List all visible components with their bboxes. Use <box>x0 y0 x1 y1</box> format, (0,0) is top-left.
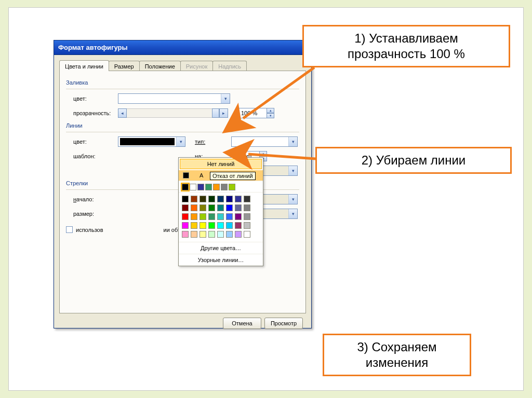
popup-recent-colors <box>179 181 263 193</box>
color-swatch[interactable] <box>244 213 250 220</box>
label-arrow-size: размер: <box>66 211 118 217</box>
chevron-down-icon: ▾ <box>221 94 230 103</box>
color-swatch[interactable] <box>235 231 242 238</box>
label-arrow-begin: начало: <box>66 196 118 202</box>
color-swatch[interactable] <box>182 196 189 202</box>
color-swatch[interactable] <box>217 222 224 229</box>
black-swatch-icon <box>183 172 189 179</box>
spin-up-icon[interactable]: ▴ <box>267 108 274 113</box>
callout-1: 1) Устанавливаем прозрачность 100 % <box>302 25 510 67</box>
color-swatch[interactable] <box>208 196 215 202</box>
chevron-down-icon: ▾ <box>288 166 297 175</box>
color-swatch[interactable] <box>182 222 189 229</box>
chevron-down-icon: ▾ <box>288 209 297 218</box>
color-swatch[interactable] <box>208 231 215 238</box>
recent-color-swatch[interactable] <box>190 184 196 190</box>
recent-color-swatch[interactable] <box>205 184 212 190</box>
color-swatch[interactable] <box>235 204 242 211</box>
popup-color-grid <box>179 193 263 242</box>
color-swatch[interactable] <box>208 213 215 220</box>
line-color-popup: Нет линий А Отказ от линий Другие цвета…… <box>178 157 263 266</box>
tab-textbox: Надпись <box>212 61 247 72</box>
dialog-title: Формат автофигуры <box>58 44 128 51</box>
transparency-value[interactable] <box>238 108 267 118</box>
tab-picture: Рисунок <box>180 61 214 72</box>
color-swatch[interactable] <box>200 196 206 202</box>
tabs: Цвета и линии Размер Положение Рисунок Н… <box>59 60 306 71</box>
tab-colors-lines[interactable]: Цвета и линии <box>59 60 109 71</box>
color-swatch[interactable] <box>235 213 242 220</box>
color-swatch[interactable] <box>244 222 250 229</box>
line-color-combo[interactable]: ▾ <box>118 136 185 147</box>
color-swatch[interactable] <box>200 231 206 238</box>
tab-position[interactable]: Положение <box>139 61 181 72</box>
transparency-spinner[interactable]: ▴ ▾ <box>238 108 274 118</box>
color-swatch[interactable] <box>235 196 242 202</box>
chevron-down-icon: ▾ <box>288 195 297 204</box>
color-swatch[interactable] <box>217 231 224 238</box>
line-type-combo[interactable]: ▾ <box>231 136 298 147</box>
recent-color-swatch[interactable] <box>213 184 220 190</box>
color-swatch[interactable] <box>226 222 233 229</box>
tooltip-no-lines: Отказ от линий <box>210 172 256 180</box>
group-fill: Заливка <box>66 79 299 86</box>
chevron-down-icon: ▾ <box>176 137 185 146</box>
label-transparency: прозрачность: <box>66 110 118 116</box>
label-line-color: цвет: <box>66 139 118 145</box>
color-swatch[interactable] <box>191 213 197 220</box>
chevron-down-icon: ▾ <box>288 137 297 146</box>
color-swatch[interactable] <box>217 196 224 202</box>
callout-2: 2) Убираем линии <box>315 147 512 174</box>
spin-up-icon[interactable]: ▴ <box>259 151 267 156</box>
recent-color-swatch[interactable] <box>182 184 189 190</box>
color-swatch[interactable] <box>226 196 233 202</box>
color-swatch[interactable] <box>182 213 189 220</box>
fill-color-combo[interactable]: ▾ <box>118 93 230 104</box>
group-lines: Линии <box>66 122 299 129</box>
slider-right-icon[interactable]: ▸ <box>219 108 228 118</box>
cancel-button[interactable]: Отмена <box>223 318 261 329</box>
color-swatch[interactable] <box>191 204 197 211</box>
color-swatch[interactable] <box>244 231 250 238</box>
color-swatch[interactable] <box>191 222 197 229</box>
recent-color-swatch[interactable] <box>221 184 228 190</box>
popup-no-lines[interactable]: Нет линий <box>180 159 262 169</box>
transparency-slider[interactable]: ◂ ▸ <box>118 108 228 118</box>
color-swatch[interactable] <box>226 204 233 211</box>
spin-down-icon[interactable]: ▾ <box>267 113 274 118</box>
color-swatch[interactable] <box>244 196 250 202</box>
color-swatch[interactable] <box>200 222 206 229</box>
tab-size[interactable]: Размер <box>109 61 140 72</box>
color-swatch[interactable] <box>217 204 224 211</box>
color-swatch[interactable] <box>182 204 189 211</box>
color-swatch[interactable] <box>244 204 250 211</box>
color-swatch[interactable] <box>200 213 206 220</box>
color-swatch[interactable] <box>208 222 215 229</box>
color-swatch[interactable] <box>226 231 233 238</box>
label-fill-color: цвет: <box>66 95 118 102</box>
label-line-template: шаблон: <box>66 153 118 159</box>
color-swatch[interactable] <box>226 213 233 220</box>
recent-color-swatch[interactable] <box>229 184 235 190</box>
recent-color-swatch[interactable] <box>197 184 204 190</box>
dialog-titlebar: Формат автофигуры <box>54 40 311 55</box>
color-swatch[interactable] <box>200 204 206 211</box>
color-swatch[interactable] <box>182 231 189 238</box>
color-swatch[interactable] <box>235 222 242 229</box>
color-swatch[interactable] <box>217 213 224 220</box>
preview-button[interactable]: Просмотр <box>264 318 303 329</box>
popup-auto-item[interactable]: А Отказ от линий <box>179 170 263 181</box>
defaults-checkbox[interactable] <box>66 226 73 233</box>
slider-left-icon[interactable]: ◂ <box>118 108 127 118</box>
popup-pattern-lines[interactable]: Узорные линии… <box>179 254 263 266</box>
color-swatch[interactable] <box>191 196 197 202</box>
label-line-type: тип: <box>195 139 231 145</box>
popup-more-colors[interactable]: Другие цвета… <box>179 242 263 254</box>
callout-3: 3) Сохраняем изменения <box>323 334 471 376</box>
color-swatch[interactable] <box>191 231 197 238</box>
label-defaults-prefix: использов <box>76 227 103 233</box>
slider-thumb[interactable] <box>212 108 219 118</box>
color-swatch[interactable] <box>208 204 215 211</box>
